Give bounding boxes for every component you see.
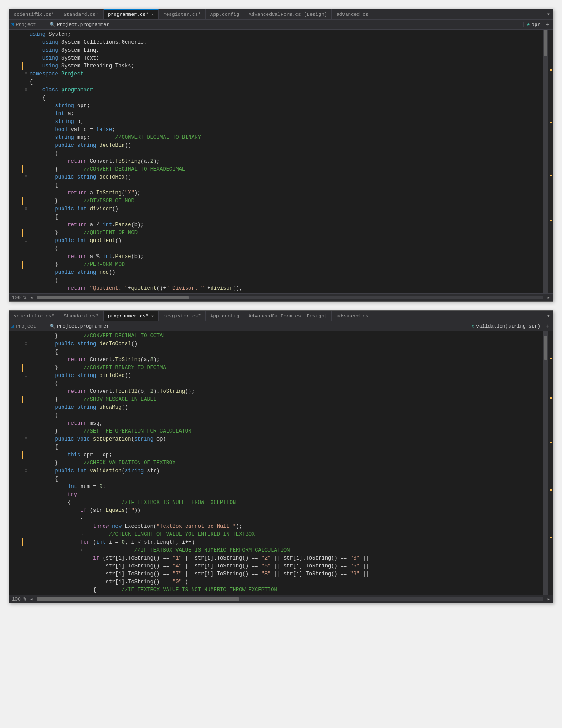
code-text: { bbox=[29, 515, 543, 523]
code-line: ⊟ public string decToBin() bbox=[9, 142, 543, 149]
tab-dropdown-icon[interactable]: ▾ bbox=[544, 9, 553, 19]
code-line: ⊟ public string binToDec() bbox=[9, 372, 543, 380]
nav-project-icon-2: ⊡ bbox=[11, 323, 14, 329]
tab-label: resgister.cs* bbox=[163, 12, 201, 17]
line-number bbox=[9, 586, 22, 594]
fold-button bbox=[23, 149, 29, 157]
nav-member-icon: ⊙ bbox=[527, 22, 530, 27]
fold-button[interactable]: ⊟ bbox=[23, 173, 29, 181]
scroll-right-icon[interactable]: ▸ bbox=[547, 295, 550, 300]
fold-button[interactable]: ⊟ bbox=[23, 372, 29, 380]
bottom-bar-1: 100 % ◂ ▸ bbox=[9, 293, 553, 301]
fold-button[interactable]: ⊟ bbox=[23, 70, 29, 78]
line-number bbox=[9, 94, 22, 102]
change-marker bbox=[550, 175, 552, 176]
vertical-scrollbar-1[interactable] bbox=[543, 30, 548, 293]
code-line: } //SET THE OPERATION FOR CALCULATOR bbox=[9, 427, 543, 435]
code-text: } //DIVISOR OF MOD bbox=[29, 197, 543, 205]
line-number bbox=[9, 348, 22, 356]
code-line: return Convert.ToString(a,2); bbox=[9, 157, 543, 165]
code-text: { bbox=[29, 78, 543, 86]
fold-button[interactable]: ⊟ bbox=[23, 237, 29, 245]
add-tab-button-2[interactable]: + bbox=[544, 323, 551, 330]
tab-advancedcal-2[interactable]: AdvancedCalForm.cs [Design] bbox=[244, 311, 332, 321]
line-number bbox=[9, 30, 22, 38]
add-tab-button[interactable]: + bbox=[544, 21, 551, 28]
code-line: ⊟ public string decToHex() bbox=[9, 173, 543, 181]
fold-button bbox=[23, 54, 29, 62]
code-line: int num = 0; bbox=[9, 483, 543, 491]
code-line: { //IF TEXTBOX IS NULL THROW EXCEPTION bbox=[9, 499, 543, 507]
scrollbar-thumb-1[interactable] bbox=[544, 30, 547, 56]
code-line: return msg; bbox=[9, 419, 543, 427]
scroll-left-icon[interactable]: ◂ bbox=[30, 295, 33, 300]
nav-namespace-label: Project.programmer bbox=[57, 22, 109, 27]
tab-dropdown-icon-2[interactable]: ▾ bbox=[544, 311, 553, 321]
fold-button[interactable]: ⊟ bbox=[23, 435, 29, 443]
tab-advanced-1[interactable]: advanced.cs bbox=[332, 9, 373, 19]
code-text: } //CONVERT DECIMAL TO OCTAL bbox=[29, 332, 543, 340]
line-number bbox=[9, 380, 22, 388]
code-line: } //SHOW MESSAGE IN LABEL bbox=[9, 396, 543, 403]
code-text: } //CONVERT DECIMAL TO HEXADECIMAL bbox=[29, 165, 543, 173]
tab-standard-1[interactable]: Standard.cs* bbox=[59, 9, 103, 19]
code-text: bool valid = false; bbox=[29, 126, 543, 134]
fold-button[interactable]: ⊟ bbox=[23, 205, 29, 213]
line-number bbox=[9, 538, 22, 546]
fold-button[interactable]: ⊟ bbox=[23, 142, 29, 149]
tab-programmer-2[interactable]: programmer.cs* ✕ bbox=[104, 311, 159, 321]
close-icon[interactable]: ✕ bbox=[151, 314, 154, 319]
fold-button[interactable]: ⊟ bbox=[23, 403, 29, 411]
tab-label: advanced.cs bbox=[336, 314, 368, 319]
tab-advanced-2[interactable]: advanced.cs bbox=[332, 311, 373, 321]
fold-button[interactable]: ⊟ bbox=[23, 86, 29, 94]
tab-standard-2[interactable]: Standard.cs* bbox=[59, 311, 103, 321]
code-text: return Convert.ToString(a,8); bbox=[29, 356, 543, 364]
code-line: { bbox=[9, 213, 543, 221]
fold-button bbox=[23, 229, 29, 237]
tab-scientific-1[interactable]: scientific.cs* bbox=[9, 9, 59, 19]
code-text: if (str[i].ToString() == "1" || str[i].T… bbox=[29, 554, 543, 562]
code-text: try bbox=[29, 491, 543, 499]
line-number bbox=[9, 562, 22, 570]
fold-button bbox=[23, 110, 29, 118]
vertical-scrollbar-2[interactable] bbox=[543, 331, 548, 595]
fold-button bbox=[23, 46, 29, 54]
tab-label: Standard.cs* bbox=[63, 12, 98, 17]
fold-button bbox=[23, 157, 29, 165]
code-line: bool valid = false; bbox=[9, 126, 543, 134]
nav-member-label: opr bbox=[532, 22, 540, 27]
code-line: int a; bbox=[9, 110, 543, 118]
code-text: } //PERFORM MOD bbox=[29, 261, 543, 269]
code-text: return a.ToString("X"); bbox=[29, 189, 543, 197]
code-line: ⊟ namespace Project bbox=[9, 70, 543, 78]
tab-programmer-1[interactable]: programmer.cs* ✕ bbox=[104, 9, 159, 19]
tab-advancedcal-1[interactable]: AdvancedCalForm.cs [Design] bbox=[244, 9, 332, 19]
tab-resgister-1[interactable]: resgister.cs* bbox=[159, 9, 206, 19]
tab-appconfig-1[interactable]: App.config bbox=[206, 9, 244, 19]
code-line: return Convert.ToInt32(b, 2).ToString(); bbox=[9, 388, 543, 396]
code-text: } //SET THE OPERATION FOR CALCULATOR bbox=[29, 427, 543, 435]
tab-resgister-2[interactable]: resgister.cs* bbox=[159, 311, 206, 321]
code-line: return a % int.Parse(b); bbox=[9, 253, 543, 261]
line-number bbox=[9, 364, 22, 372]
fold-button[interactable]: ⊟ bbox=[23, 269, 29, 276]
fold-button[interactable]: ⊟ bbox=[23, 467, 29, 475]
code-text: { bbox=[29, 411, 543, 419]
fold-button[interactable]: ⊟ bbox=[23, 340, 29, 348]
tab-appconfig-2[interactable]: App.config bbox=[206, 311, 244, 321]
line-number bbox=[9, 459, 22, 467]
fold-button bbox=[23, 332, 29, 340]
horizontal-scrollbar-thumb[interactable] bbox=[37, 296, 189, 299]
scrollbar-thumb-2[interactable] bbox=[544, 336, 547, 360]
close-icon[interactable]: ✕ bbox=[151, 12, 154, 17]
scroll-left-icon-2[interactable]: ◂ bbox=[30, 596, 33, 602]
horizontal-scrollbar-thumb-2[interactable] bbox=[37, 597, 239, 601]
scroll-right-icon-2[interactable]: ▸ bbox=[547, 596, 550, 602]
code-text: throw new Exception("TextBox cannot be N… bbox=[29, 523, 543, 530]
fold-button[interactable]: ⊟ bbox=[23, 30, 29, 38]
line-number bbox=[9, 134, 22, 142]
line-number bbox=[9, 451, 22, 459]
tab-scientific-2[interactable]: scientific.cs* bbox=[9, 311, 59, 321]
code-line: for (int i = 0; i < str.Length; i++) bbox=[9, 538, 543, 546]
